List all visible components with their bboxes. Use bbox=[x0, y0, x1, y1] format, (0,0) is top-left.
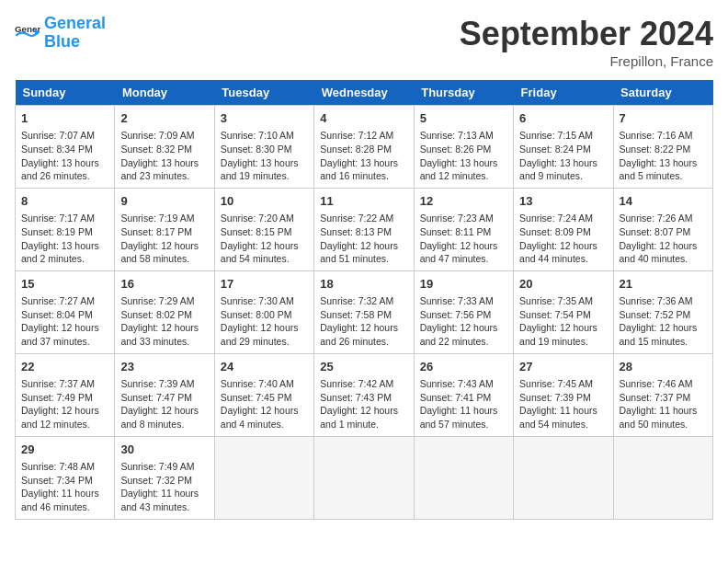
day-detail: Sunrise: 7:46 AM Sunset: 7:37 PM Dayligh… bbox=[620, 377, 707, 431]
calendar-cell: 3Sunrise: 7:10 AM Sunset: 8:30 PM Daylig… bbox=[214, 106, 313, 189]
calendar-cell: 8Sunrise: 7:17 AM Sunset: 8:19 PM Daylig… bbox=[16, 188, 115, 270]
day-number: 23 bbox=[120, 359, 208, 375]
col-header-sunday: Sunday bbox=[16, 80, 115, 106]
col-header-saturday: Saturday bbox=[613, 80, 712, 106]
calendar-subtitle: Frepillon, France bbox=[460, 53, 713, 69]
day-number: 9 bbox=[120, 193, 208, 210]
day-detail: Sunrise: 7:16 AM Sunset: 8:22 PM Dayligh… bbox=[620, 129, 707, 183]
day-number: 20 bbox=[519, 276, 607, 293]
calendar-cell: 2Sunrise: 7:09 AM Sunset: 8:32 PM Daylig… bbox=[115, 106, 214, 189]
calendar-cell: 27Sunrise: 7:45 AM Sunset: 7:39 PM Dayli… bbox=[514, 353, 613, 436]
day-number: 6 bbox=[519, 110, 607, 127]
calendar-cell: 13Sunrise: 7:24 AM Sunset: 8:09 PM Dayli… bbox=[514, 188, 613, 270]
day-number: 27 bbox=[519, 359, 607, 375]
calendar-cell bbox=[414, 436, 513, 519]
calendar-cell: 24Sunrise: 7:40 AM Sunset: 7:45 PM Dayli… bbox=[214, 353, 313, 436]
calendar-cell bbox=[514, 436, 613, 519]
calendar-cell: 9Sunrise: 7:19 AM Sunset: 8:17 PM Daylig… bbox=[115, 188, 214, 270]
day-detail: Sunrise: 7:30 AM Sunset: 8:00 PM Dayligh… bbox=[221, 294, 308, 349]
calendar-cell: 21Sunrise: 7:36 AM Sunset: 7:52 PM Dayli… bbox=[613, 270, 712, 353]
day-detail: Sunrise: 7:37 AM Sunset: 7:49 PM Dayligh… bbox=[21, 377, 108, 431]
calendar-cell: 4Sunrise: 7:12 AM Sunset: 8:28 PM Daylig… bbox=[314, 106, 414, 189]
calendar-cell bbox=[214, 436, 313, 519]
logo-text: GeneralBlue bbox=[44, 15, 106, 52]
calendar-cell: 17Sunrise: 7:30 AM Sunset: 8:00 PM Dayli… bbox=[214, 270, 313, 353]
day-detail: Sunrise: 7:13 AM Sunset: 8:26 PM Dayligh… bbox=[420, 129, 507, 183]
calendar-cell: 20Sunrise: 7:35 AM Sunset: 7:54 PM Dayli… bbox=[514, 270, 613, 353]
day-number: 3 bbox=[221, 110, 308, 127]
calendar-cell bbox=[613, 436, 712, 519]
day-number: 10 bbox=[221, 193, 308, 210]
day-number: 17 bbox=[221, 276, 308, 293]
day-number: 19 bbox=[420, 276, 507, 293]
day-detail: Sunrise: 7:48 AM Sunset: 7:34 PM Dayligh… bbox=[21, 460, 108, 514]
day-detail: Sunrise: 7:36 AM Sunset: 7:52 PM Dayligh… bbox=[620, 294, 707, 349]
day-detail: Sunrise: 7:23 AM Sunset: 8:11 PM Dayligh… bbox=[420, 212, 507, 266]
calendar-cell: 7Sunrise: 7:16 AM Sunset: 8:22 PM Daylig… bbox=[613, 106, 712, 189]
calendar-cell: 30Sunrise: 7:49 AM Sunset: 7:32 PM Dayli… bbox=[115, 436, 214, 519]
day-detail: Sunrise: 7:43 AM Sunset: 7:41 PM Dayligh… bbox=[420, 377, 507, 431]
day-detail: Sunrise: 7:49 AM Sunset: 7:32 PM Dayligh… bbox=[120, 460, 208, 514]
day-number: 11 bbox=[320, 193, 407, 210]
day-number: 5 bbox=[420, 110, 507, 127]
logo: General GeneralBlue bbox=[15, 15, 106, 52]
calendar-cell: 16Sunrise: 7:29 AM Sunset: 8:02 PM Dayli… bbox=[115, 270, 214, 353]
col-header-tuesday: Tuesday bbox=[214, 80, 313, 106]
col-header-wednesday: Wednesday bbox=[314, 80, 414, 106]
day-detail: Sunrise: 7:12 AM Sunset: 8:28 PM Dayligh… bbox=[320, 129, 407, 183]
day-detail: Sunrise: 7:24 AM Sunset: 8:09 PM Dayligh… bbox=[519, 212, 607, 266]
day-detail: Sunrise: 7:45 AM Sunset: 7:39 PM Dayligh… bbox=[519, 377, 607, 431]
day-detail: Sunrise: 7:10 AM Sunset: 8:30 PM Dayligh… bbox=[221, 129, 308, 183]
calendar-cell: 14Sunrise: 7:26 AM Sunset: 8:07 PM Dayli… bbox=[613, 188, 712, 270]
calendar-cell: 23Sunrise: 7:39 AM Sunset: 7:47 PM Dayli… bbox=[115, 353, 214, 436]
day-detail: Sunrise: 7:19 AM Sunset: 8:17 PM Dayligh… bbox=[120, 212, 208, 266]
calendar-cell: 26Sunrise: 7:43 AM Sunset: 7:41 PM Dayli… bbox=[414, 353, 513, 436]
day-number: 14 bbox=[620, 193, 707, 210]
day-detail: Sunrise: 7:15 AM Sunset: 8:24 PM Dayligh… bbox=[519, 129, 607, 183]
calendar-cell: 11Sunrise: 7:22 AM Sunset: 8:13 PM Dayli… bbox=[314, 188, 414, 270]
col-header-friday: Friday bbox=[514, 80, 613, 106]
day-detail: Sunrise: 7:07 AM Sunset: 8:34 PM Dayligh… bbox=[21, 129, 108, 183]
calendar-cell bbox=[314, 436, 414, 519]
day-number: 30 bbox=[120, 442, 208, 458]
day-number: 24 bbox=[221, 359, 308, 375]
day-detail: Sunrise: 7:26 AM Sunset: 8:07 PM Dayligh… bbox=[620, 212, 707, 266]
day-detail: Sunrise: 7:17 AM Sunset: 8:19 PM Dayligh… bbox=[21, 212, 108, 266]
day-number: 2 bbox=[120, 110, 208, 127]
calendar-cell: 10Sunrise: 7:20 AM Sunset: 8:15 PM Dayli… bbox=[214, 188, 313, 270]
calendar-table: SundayMondayTuesdayWednesdayThursdayFrid… bbox=[15, 80, 713, 520]
day-detail: Sunrise: 7:09 AM Sunset: 8:32 PM Dayligh… bbox=[120, 129, 208, 183]
day-detail: Sunrise: 7:42 AM Sunset: 7:43 PM Dayligh… bbox=[320, 377, 407, 431]
day-number: 15 bbox=[21, 276, 108, 293]
day-detail: Sunrise: 7:29 AM Sunset: 8:02 PM Dayligh… bbox=[120, 294, 208, 349]
calendar-cell: 28Sunrise: 7:46 AM Sunset: 7:37 PM Dayli… bbox=[613, 353, 712, 436]
calendar-cell: 22Sunrise: 7:37 AM Sunset: 7:49 PM Dayli… bbox=[16, 353, 115, 436]
calendar-title: September 2024 bbox=[460, 15, 713, 53]
day-number: 18 bbox=[320, 276, 407, 293]
day-detail: Sunrise: 7:20 AM Sunset: 8:15 PM Dayligh… bbox=[221, 212, 308, 266]
calendar-cell: 12Sunrise: 7:23 AM Sunset: 8:11 PM Dayli… bbox=[414, 188, 513, 270]
calendar-cell: 15Sunrise: 7:27 AM Sunset: 8:04 PM Dayli… bbox=[16, 270, 115, 353]
calendar-cell: 29Sunrise: 7:48 AM Sunset: 7:34 PM Dayli… bbox=[16, 436, 115, 519]
day-detail: Sunrise: 7:27 AM Sunset: 8:04 PM Dayligh… bbox=[21, 294, 108, 349]
day-number: 13 bbox=[519, 193, 607, 210]
day-detail: Sunrise: 7:22 AM Sunset: 8:13 PM Dayligh… bbox=[320, 212, 407, 266]
day-number: 28 bbox=[620, 359, 707, 375]
calendar-cell: 18Sunrise: 7:32 AM Sunset: 7:58 PM Dayli… bbox=[314, 270, 414, 353]
day-number: 7 bbox=[620, 110, 707, 127]
day-detail: Sunrise: 7:35 AM Sunset: 7:54 PM Dayligh… bbox=[519, 294, 607, 349]
day-number: 16 bbox=[120, 276, 208, 293]
day-number: 21 bbox=[620, 276, 707, 293]
day-detail: Sunrise: 7:32 AM Sunset: 7:58 PM Dayligh… bbox=[320, 294, 407, 349]
day-number: 26 bbox=[420, 359, 507, 375]
col-header-thursday: Thursday bbox=[414, 80, 513, 106]
day-number: 12 bbox=[420, 193, 507, 210]
day-number: 8 bbox=[21, 193, 108, 210]
logo-icon: General bbox=[15, 20, 40, 46]
day-number: 1 bbox=[21, 110, 108, 127]
day-number: 25 bbox=[320, 359, 407, 375]
header: General GeneralBlue September 2024 Frepi… bbox=[15, 15, 713, 69]
calendar-cell: 25Sunrise: 7:42 AM Sunset: 7:43 PM Dayli… bbox=[314, 353, 414, 436]
calendar-cell: 5Sunrise: 7:13 AM Sunset: 8:26 PM Daylig… bbox=[414, 106, 513, 189]
day-number: 4 bbox=[320, 110, 407, 127]
